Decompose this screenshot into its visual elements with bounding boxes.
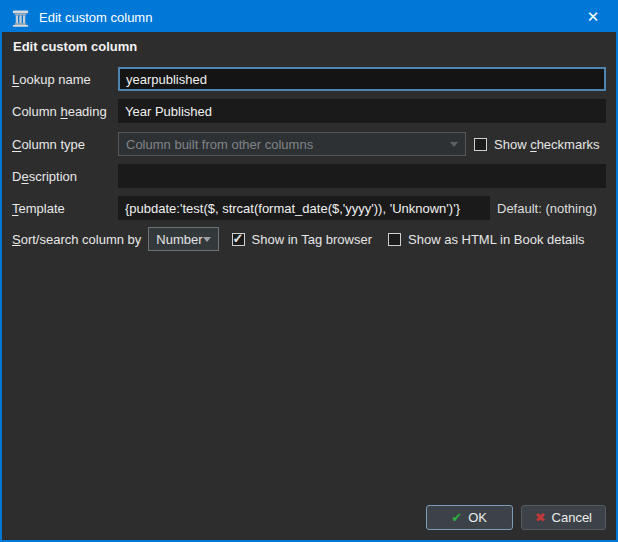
show-checkmarks-checkbox[interactable] <box>474 138 487 151</box>
chevron-down-icon <box>203 237 211 242</box>
column-type-label: Column type <box>12 137 118 152</box>
description-row: Description <box>12 164 606 188</box>
dialog-heading: Edit custom column <box>13 39 137 54</box>
column-heading-input[interactable] <box>118 99 606 123</box>
close-button[interactable]: ✕ <box>570 2 616 32</box>
cancel-button[interactable]: ✖ Cancel <box>521 505 606 530</box>
show-checkmarks-label[interactable]: Show checkmarks <box>494 137 600 152</box>
custom-column-icon <box>11 8 30 27</box>
column-heading-label: Column heading <box>12 104 118 119</box>
description-input[interactable] <box>118 164 606 188</box>
cancel-button-label: Cancel <box>552 510 592 525</box>
dialog-body: Edit custom column Lookup name Column he… <box>2 32 616 540</box>
chevron-down-icon <box>450 142 458 147</box>
check-icon: ✔ <box>451 510 462 525</box>
template-label: Template <box>12 201 118 216</box>
column-heading-row: Column heading <box>12 99 606 123</box>
sort-by-value: Number <box>156 232 202 247</box>
edit-custom-column-dialog: Edit custom column ✕ Edit custom column … <box>0 0 618 542</box>
show-in-tag-browser-label[interactable]: Show in Tag browser <box>252 232 372 247</box>
sort-search-row: Sort/search column by Number Show in Tag… <box>12 227 606 251</box>
column-type-value: Column built from other columns <box>126 137 313 152</box>
lookup-name-label: Lookup name <box>12 72 118 87</box>
column-type-select: Column built from other columns <box>118 132 466 156</box>
sort-by-select[interactable]: Number <box>148 227 218 251</box>
sort-search-label: Sort/search column by <box>12 232 141 247</box>
titlebar[interactable]: Edit custom column ✕ <box>2 2 616 32</box>
template-input[interactable] <box>118 196 490 220</box>
show-as-html-checkbox[interactable] <box>388 233 401 246</box>
cross-icon: ✖ <box>535 510 546 525</box>
ok-button-label: OK <box>468 510 487 525</box>
column-type-row: Column type Column built from other colu… <box>12 132 606 156</box>
ok-button[interactable]: ✔ OK <box>426 505 513 530</box>
window-title: Edit custom column <box>39 10 152 25</box>
lookup-name-input[interactable] <box>118 67 606 91</box>
description-label: Description <box>12 169 118 184</box>
template-default-note: Default: (nothing) <box>497 201 597 216</box>
lookup-name-row: Lookup name <box>12 67 606 91</box>
show-in-tag-browser-checkbox[interactable] <box>232 233 245 246</box>
show-as-html-label[interactable]: Show as HTML in Book details <box>408 232 585 247</box>
template-row: Template Default: (nothing) <box>12 196 606 220</box>
dialog-buttons: ✔ OK ✖ Cancel <box>426 505 606 530</box>
